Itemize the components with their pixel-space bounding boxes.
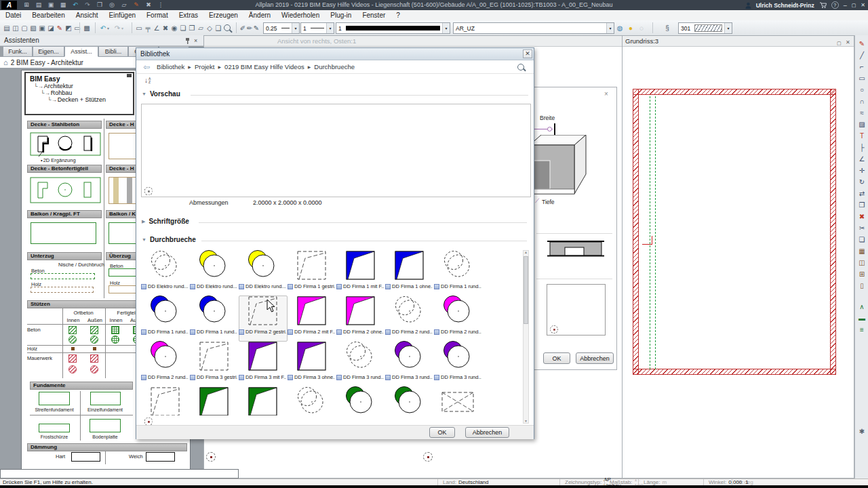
library-item[interactable]: DD Firma 1 rund... — [434, 250, 481, 296]
pen-mid-icon[interactable]: ✏ — [246, 24, 253, 32]
door-tool-icon[interactable]: ◫ — [855, 257, 868, 268]
stuetze-symbol[interactable] — [111, 326, 119, 334]
library-item[interactable]: DD Firma 3 rund... — [336, 341, 384, 386]
menu-item[interactable]: Wiederholen — [276, 10, 325, 20]
library-item[interactable]: DD Firma 2 mit F... — [288, 296, 335, 341]
decke-betonfertigteil-drawing[interactable] — [30, 177, 101, 204]
section-icon[interactable]: § — [663, 24, 671, 32]
stuetze-holz-symbol[interactable] — [93, 347, 96, 350]
library-item[interactable]: DD Firma 2 gestri... — [239, 296, 286, 341]
bodenplatte-drawing[interactable] — [90, 419, 121, 432]
pin-icon[interactable] — [184, 37, 191, 45]
library-item[interactable] — [385, 386, 433, 415]
unterzug-beton-drawing[interactable] — [31, 273, 95, 279]
undo-dropdown[interactable]: ▾ — [107, 26, 109, 30]
rotate-tool-icon[interactable]: ↻ — [855, 176, 868, 188]
dim-handle[interactable] — [547, 127, 552, 131]
import-icon[interactable]: ◪ — [47, 24, 55, 32]
tab-bibliothek[interactable]: Bibli... — [98, 46, 128, 57]
status-field-value[interactable]: 1 — [745, 479, 748, 485]
menu-item[interactable]: Bearbeiten — [26, 10, 70, 20]
slab-tool-icon[interactable]: ▬ — [855, 312, 868, 324]
view-window-titlebar[interactable]: Ansicht von rechts, Osten:1 — [204, 36, 622, 47]
brush-icon[interactable]: ✎ — [56, 24, 64, 32]
line-tool-icon[interactable]: ╱ — [855, 49, 868, 61]
panel-header[interactable]: Assistenten × — [0, 35, 203, 46]
close-dialog-button[interactable]: ✕ — [523, 49, 532, 58]
chevron-down-icon[interactable] — [606, 23, 614, 33]
stuetze-holz-symbol[interactable] — [71, 347, 75, 350]
stuetze-symbol[interactable] — [90, 354, 98, 363]
layer-select[interactable]: AR_UZ — [453, 22, 614, 34]
library-item[interactable]: DD Firma 3 rund... — [434, 341, 481, 386]
menu-item[interactable]: Datei — [0, 10, 26, 20]
user-name[interactable]: Ulrich Schneidt-Prinz — [756, 2, 814, 9]
status-field-value[interactable]: m — [662, 479, 667, 485]
redo-dropdown[interactable]: ▾ — [121, 26, 123, 30]
angle-tool-icon[interactable]: ∠ — [855, 153, 868, 165]
tab-eigenschaften[interactable]: Eigen... — [33, 46, 64, 57]
stuetze-symbol[interactable] — [68, 365, 77, 373]
roof-tool-icon[interactable]: ∧ — [855, 301, 868, 312]
window-tool-icon[interactable]: ⊞ — [855, 268, 868, 280]
chevron-down-icon[interactable] — [326, 23, 334, 33]
library-item[interactable]: DD Firma 1 rund... — [141, 296, 189, 341]
library-item[interactable] — [336, 386, 384, 415]
library-item[interactable] — [141, 386, 189, 415]
tree-item[interactable]: Architektur — [34, 83, 133, 89]
target-icon[interactable]: ◎ — [107, 0, 117, 10]
streifenfundament-drawing[interactable] — [39, 392, 70, 405]
rect-tool-icon[interactable]: ▭ — [855, 73, 868, 84]
library-item[interactable]: DD Firma 1 rund... — [190, 296, 237, 341]
box3d-icon[interactable]: ▱ — [197, 24, 205, 32]
tiefe-dim-icon[interactable]: ⟋ — [535, 197, 539, 205]
library-item[interactable]: DD Firma 3 gestri... — [190, 341, 237, 386]
trim-tool-icon[interactable]: ✂ — [855, 222, 868, 234]
move-tool-icon[interactable]: ✛ — [855, 165, 868, 176]
stuetze-symbol[interactable] — [68, 354, 77, 363]
plan-window-titlebar[interactable]: Grundriss:3 ▢ ✕ — [623, 36, 854, 47]
views-icon[interactable]: ◫ — [12, 24, 20, 32]
breadcrumb-item[interactable]: Projekt — [195, 63, 215, 70]
board-icon[interactable]: ⊞ — [22, 0, 31, 10]
section-schriftgroesse[interactable]: ▶ Schriftgröße — [142, 218, 189, 225]
daemmung-weich-drawing[interactable] — [146, 452, 175, 462]
hatch-tool-icon[interactable]: ▨ — [855, 119, 868, 130]
undo-button[interactable]: ↶ — [99, 24, 107, 32]
menu-item[interactable]: Einfügen — [104, 10, 141, 20]
stuetze-symbol[interactable] — [90, 326, 98, 334]
pen-thin-icon[interactable]: ✐ — [239, 24, 246, 32]
scroll-down-icon[interactable]: ▼ — [524, 419, 528, 423]
window-icon[interactable]: ❑ — [214, 24, 222, 32]
undo-icon[interactable]: ↶ — [71, 0, 80, 10]
arc-tool-icon[interactable]: ∩ — [855, 96, 868, 107]
library-item[interactable] — [434, 386, 481, 415]
balkon-drawing[interactable] — [31, 222, 96, 244]
dimension-tool-icon[interactable]: ├ — [855, 142, 868, 153]
library-item[interactable]: DD Firma 3 ohne... — [288, 341, 335, 386]
cancel-button[interactable]: Abbrechen — [576, 352, 614, 364]
stuetze-symbol[interactable] — [90, 336, 98, 344]
close-panel-icon[interactable]: × — [194, 35, 197, 46]
connect-icon[interactable]: ◇ — [205, 24, 214, 32]
settings-tool-icon[interactable]: ✱ — [855, 426, 868, 437]
library-item[interactable]: DD Firma 1 mit F... — [336, 250, 384, 296]
section-vorschau[interactable]: ▼ Vorschau — [142, 90, 180, 98]
mirror-tool-icon[interactable]: ⇄ — [855, 188, 868, 199]
frostschuerze-drawing[interactable] — [39, 424, 70, 432]
menu-item[interactable]: Fenster — [357, 10, 391, 20]
stuetze-symbol[interactable] — [68, 336, 77, 344]
library-item[interactable]: DD Firma 2 ohne... — [336, 296, 384, 341]
stuetze-symbol[interactable] — [68, 326, 77, 334]
cart-icon[interactable] — [819, 2, 827, 8]
save-icon[interactable]: ▣ — [38, 24, 46, 32]
document-icon[interactable]: ▱ — [119, 0, 129, 10]
library-item[interactable]: DD Elektro rund... — [190, 250, 237, 296]
chevron-down-icon[interactable] — [724, 23, 732, 33]
library-item[interactable] — [190, 386, 237, 415]
draft-pencil-icon[interactable]: ✎ — [855, 38, 868, 49]
breadcrumb-item[interactable]: Bibliothek — [157, 63, 184, 70]
unterzug-holz-drawing[interactable] — [31, 287, 94, 293]
library-item[interactable]: DD Elektro rund... — [141, 250, 189, 296]
structure-tree[interactable]: BIM Easy Architektur Rohbau Decken + Stü… — [24, 72, 134, 115]
